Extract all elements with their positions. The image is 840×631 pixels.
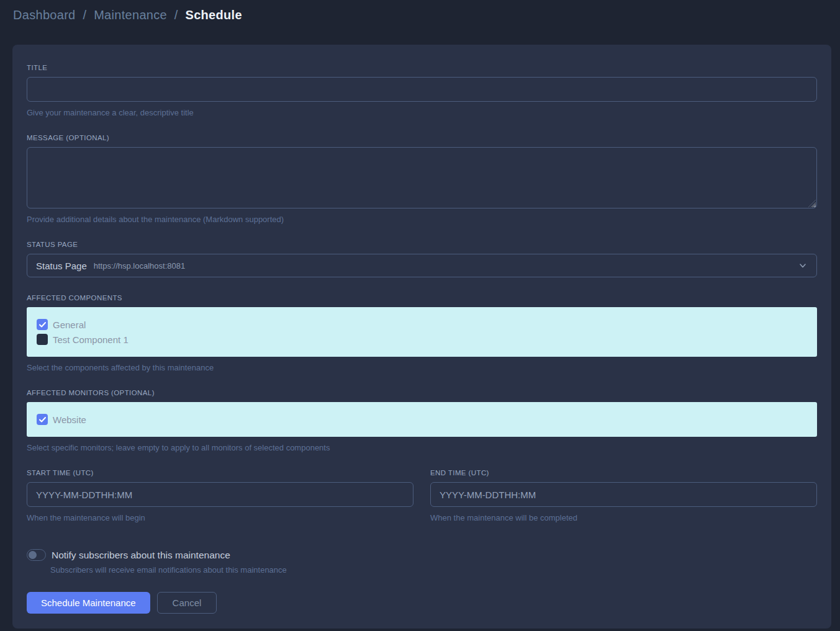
checkbox-website[interactable] [37,414,48,425]
breadcrumb-dashboard[interactable]: Dashboard [13,8,76,22]
end-time-helper: When the maintenance will be completed [430,513,817,522]
end-time-input[interactable] [430,482,817,507]
monitors-list: Website [27,402,817,437]
affected-monitors-group: AFFECTED MONITORS (OPTIONAL) Website Sel… [27,389,817,452]
check-icon [39,322,46,328]
affected-components-group: AFFECTED COMPONENTS General Test Compone… [27,294,817,372]
notify-label: Notify subscribers about this maintenanc… [52,550,230,561]
affected-components-label: AFFECTED COMPONENTS [27,294,817,302]
component-label[interactable]: Test Component 1 [53,334,129,345]
breadcrumb-separator: / [174,8,178,22]
notify-row: Notify subscribers about this maintenanc… [27,549,817,561]
component-row: General [37,317,807,332]
checkbox-test-component-1[interactable] [37,334,48,345]
start-time-helper: When the maintenance will begin [27,513,413,522]
message-group: MESSAGE (OPTIONAL) Provide additional de… [27,134,817,224]
message-label: MESSAGE (OPTIONAL) [27,134,817,141]
form-actions: Schedule Maintenance Cancel [27,592,817,614]
title-input[interactable] [27,77,817,102]
chevron-down-icon [798,261,807,270]
start-time-label: START TIME (UTC) [27,469,413,477]
notify-toggle[interactable] [27,549,46,561]
monitor-row: Website [37,412,807,427]
monitor-label[interactable]: Website [53,414,86,425]
breadcrumb: Dashboard / Maintenance / Schedule [0,0,840,45]
title-label: TITLE [27,64,817,71]
check-icon [39,417,46,423]
checkbox-general[interactable] [37,319,48,330]
maintenance-form-card: TITLE Give your maintenance a clear, des… [12,45,831,629]
breadcrumb-maintenance[interactable]: Maintenance [94,8,167,22]
affected-components-helper: Select the components affected by this m… [27,363,817,372]
status-page-selected-url: https://hsp.localhost:8081 [94,261,185,271]
affected-monitors-helper: Select specific monitors; leave empty to… [27,443,817,452]
time-fields-row: START TIME (UTC) When the maintenance wi… [27,469,817,522]
start-time-input[interactable] [27,482,413,507]
schedule-maintenance-button[interactable]: Schedule Maintenance [27,592,150,614]
affected-monitors-label: AFFECTED MONITORS (OPTIONAL) [27,389,817,396]
notify-section: Notify subscribers about this maintenanc… [27,549,817,575]
status-page-select[interactable]: Status Page https://hsp.localhost:8081 [27,254,817,277]
title-group: TITLE Give your maintenance a clear, des… [27,64,817,117]
cancel-button[interactable]: Cancel [157,592,217,614]
toggle-knob [29,551,37,559]
status-page-selected-name: Status Page [36,261,87,271]
status-page-label: STATUS PAGE [27,241,817,248]
breadcrumb-separator: / [83,8,86,22]
end-time-label: END TIME (UTC) [430,469,817,477]
message-textarea[interactable] [27,147,817,208]
start-time-group: START TIME (UTC) When the maintenance wi… [27,469,413,522]
status-page-group: STATUS PAGE Status Page https://hsp.loca… [27,241,817,277]
title-helper: Give your maintenance a clear, descripti… [27,108,817,117]
notify-helper: Subscribers will receive email notificat… [50,565,817,575]
message-helper: Provide additional details about the mai… [27,215,817,224]
page-title: Schedule [186,8,242,22]
end-time-group: END TIME (UTC) When the maintenance will… [430,469,817,522]
component-row: Test Component 1 [37,332,807,347]
components-list: General Test Component 1 [27,307,817,357]
component-label[interactable]: General [53,320,86,330]
